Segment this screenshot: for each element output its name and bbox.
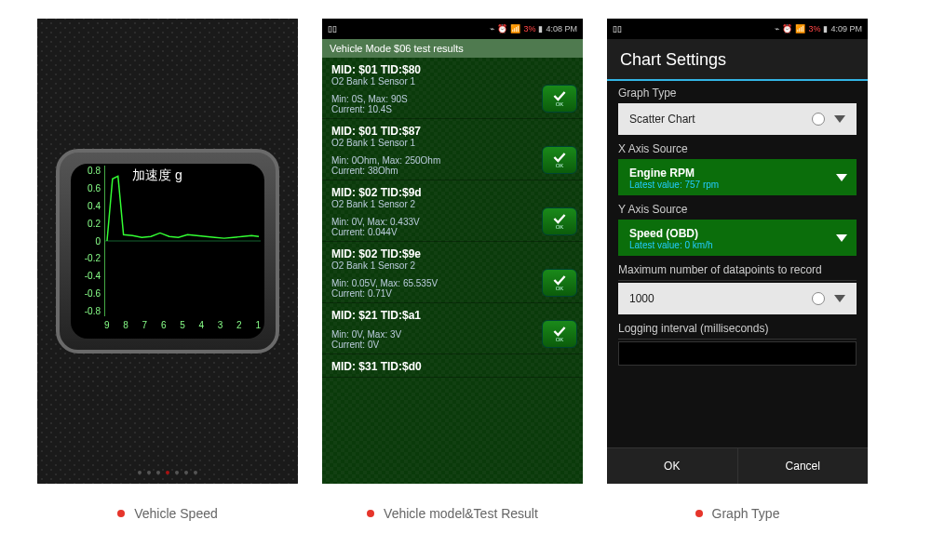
log-interval-input[interactable] [618,341,857,366]
clock: 4:09 PM [830,24,862,33]
alarm-icon: ⏰ [497,24,507,33]
sim-icons: ▯▯ [613,24,622,33]
test-stats: Min: 0S, Max: 90SCurrent: 10.4S [331,94,536,114]
test-sub: O2 Bank 1 Sensor 2 [331,260,536,271]
test-item[interactable]: MID: $02 TID:$9dO2 Bank 1 Sensor 2Min: 0… [322,180,583,242]
x-axis: 98 76 54 32 1 [104,320,261,335]
bullet-icon [117,510,125,517]
bluetooth-icon: ⌁ [775,24,779,33]
test-stats: Min: 0Ohm, Max: 250OhmCurrent: 38Ohm [331,155,536,176]
test-item[interactable]: MID: $02 TID:$9eO2 Bank 1 Sensor 2Min: 0… [322,242,583,303]
test-stats: Min: 0.05V, Max: 65.535VCurrent: 0.71V [331,278,536,299]
chevron-down-icon [834,295,845,302]
test-item[interactable]: MID: $21 TID:$a1Min: 0V, Max: 3VCurrent:… [322,303,583,354]
test-mid: MID: $02 TID:$9d [331,186,536,199]
alarm-icon: ⏰ [782,24,792,33]
graph-type-spinner[interactable]: Scatter Chart [618,103,857,135]
ok-badge: OK [542,269,577,297]
ok-badge: OK [542,146,577,174]
bullet-icon [695,510,703,517]
status-bar: ▯▯ ⌁ ⏰ 📶 3% ▮ 4:08 PM [322,19,583,39]
radio-icon [812,113,825,126]
battery-pct: 3% [808,24,820,33]
status-bar: ▯▯ ⌁ ⏰ 📶 3% ▮ 4:09 PM [607,19,868,39]
signal-icon: 📶 [510,24,520,33]
signal-icon: 📶 [795,24,805,33]
caption-2: Vehicle model&Test Result [322,506,583,521]
pane-vehicle-speed: 加速度 g 0.80.6 0.40.2 0-0.2 -0.4-0.6 -0.8 … [37,19,298,484]
test-mid: MID: $31 TID:$d0 [331,360,536,373]
battery-icon: ▮ [823,24,828,33]
page-indicator[interactable] [37,471,298,474]
battery-icon: ▮ [538,24,543,33]
test-item[interactable]: MID: $31 TID:$d0 [322,354,583,378]
caption-1: Vehicle Speed [37,506,298,521]
test-mid: MID: $01 TID:$87 [331,125,536,138]
pane-test-results: ▯▯ ⌁ ⏰ 📶 3% ▮ 4:08 PM Vehicle Mode $06 t… [322,19,583,484]
x-axis-spinner[interactable]: Engine RPM Latest value: 757 rpm [618,159,857,195]
test-sub: O2 Bank 1 Sensor 1 [331,76,536,87]
test-mid: MID: $02 TID:$9e [331,247,536,260]
test-stats: Min: 0V, Max: 3VCurrent: 0V [331,329,536,350]
test-item[interactable]: MID: $01 TID:$87O2 Bank 1 Sensor 1Min: 0… [322,119,583,180]
battery-pct: 3% [523,24,535,33]
y-axis-spinner[interactable]: Speed (OBD) Latest value: 0 km/h [618,220,857,256]
chevron-down-icon [836,234,847,242]
cancel-button[interactable]: Cancel [737,447,869,484]
y-axis: 0.80.6 0.40.2 0-0.2 -0.4-0.6 -0.8 [73,166,101,316]
chevron-down-icon [836,174,847,181]
bluetooth-icon: ⌁ [490,24,494,33]
test-stats: Min: 0V, Max: 0.433VCurrent: 0.044V [331,217,536,237]
max-points-spinner[interactable]: 1000 [618,283,857,314]
graph-type-label: Graph Type [618,87,857,100]
log-interval-label: Logging interval (milliseconds) [618,322,857,335]
plot-area [104,166,261,316]
test-sub: O2 Bank 1 Sensor 1 [331,138,536,148]
sim-icons: ▯▯ [328,24,337,33]
bullet-icon [367,510,374,517]
pane-chart-settings: ▯▯ ⌁ ⏰ 📶 3% ▮ 4:09 PM Chart Settings Gra… [607,19,868,484]
page-title: Vehicle Mode $06 test results [322,39,583,58]
caption-3: Graph Type [607,506,868,521]
chevron-down-icon [834,115,845,123]
y-axis-label: Y Axis Source [618,203,857,216]
ok-badge: OK [542,207,577,235]
radio-icon [812,292,825,305]
max-points-label: Maximum number of datapoints to record [618,263,857,276]
ok-badge: OK [542,85,577,113]
test-mid: MID: $01 TID:$80 [331,63,536,76]
dialog-title: Chart Settings [607,39,868,81]
test-mid: MID: $21 TID:$a1 [331,309,536,322]
clock: 4:08 PM [546,24,577,33]
ok-badge: OK [542,320,577,348]
test-item[interactable]: MID: $01 TID:$80O2 Bank 1 Sensor 1Min: 0… [322,58,583,119]
test-sub: O2 Bank 1 Sensor 2 [331,199,536,209]
x-axis-label: X Axis Source [618,142,857,155]
ok-button[interactable]: OK [607,447,737,484]
gauge-frame: 加速度 g 0.80.6 0.40.2 0-0.2 -0.4-0.6 -0.8 … [56,149,279,353]
